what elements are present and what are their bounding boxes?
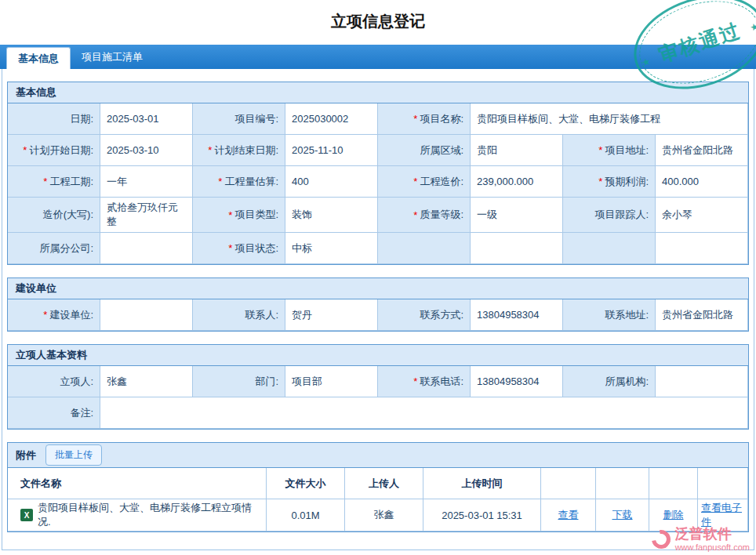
field-value: 400.000 [656,166,748,198]
col-header-file-size: 文件大小 [267,468,345,499]
col-header-uploader: 上传人 [345,468,423,499]
field-label: 日期: [8,103,100,135]
attachments-header: 附件 批量上传 [8,443,748,468]
attachment-file-size: 0.01M [267,499,345,531]
required-asterisk: * [228,242,232,254]
section-initiator-info-title: 立项人基本资料 [8,345,748,366]
view-efile-link[interactable]: 查看电子件 [701,501,744,529]
tab-construction-list[interactable]: 项目施工清单 [71,45,154,69]
field-label: 部门: [193,366,285,397]
section-basic-info-title: 基本信息 [8,82,748,103]
col-header-action [698,468,748,499]
field-value: 2025-03-10 [100,135,193,166]
vendor-brand: 泛普软件 [675,527,750,542]
field-value: 贰拾叁万玖仟元整 [100,198,193,233]
field-value: 项目部 [285,366,378,397]
required-asterisk: * [218,176,222,187]
field-value [100,397,748,429]
field-value: 贺丹 [285,299,378,331]
field-label [378,233,471,264]
excel-file-icon: X [20,509,33,521]
field-value [471,233,563,264]
field-label: 造价(大写): [8,198,100,233]
field-label: *质量等级: [378,198,471,233]
required-asterisk: * [413,209,417,221]
batch-upload-button[interactable]: 批量上传 [45,444,102,466]
field-label: *计划结束日期: [193,135,285,166]
vendor-url: www.fanpusoft.com [675,542,750,552]
required-asterisk: * [598,176,602,187]
field-value: 239,000.000 [471,166,563,198]
section-attachments: 附件 批量上传 文件名称 文件大小 上传人 上传时间 X 贵阳项目样板间、大堂、… [7,442,749,532]
field-value: 贵州省金阳北路 [656,299,748,331]
attachment-uploader: 张鑫 [345,499,423,531]
field-value: 400 [285,166,378,198]
construction-unit-table: *建设单位:联系人:贺丹联系方式:13804958304联系地址:贵州省金阳北路 [8,299,748,331]
field-value: 装饰 [285,198,378,233]
field-value: 13804958304 [471,299,563,331]
col-header-action [596,468,649,499]
required-asterisk: * [598,144,602,156]
section-construction-unit-title: 建设单位 [8,278,748,299]
attachment-file-name-text: 贵阳项目样板间、大堂、电梯厅装修工程立项情况. [38,501,263,529]
page-title: 立项信息登记 [0,0,756,32]
col-header-action [541,468,596,499]
required-asterisk: * [43,176,47,187]
field-label: 所属机构: [563,366,656,397]
field-label: 所属分公司: [8,233,100,264]
initiator-info-table: 立项人:张鑫部门:项目部*联系电话:13804958304所属机构:备注: [8,366,748,429]
field-label: 备注: [8,397,100,429]
field-value [100,299,193,331]
field-label: 所属区域: [378,135,471,166]
section-basic-info: 基本信息 日期:2025-03-01项目编号:2025030002*项目名称:贵… [7,82,749,265]
field-label [563,233,656,264]
vendor-logo-icon [648,526,674,552]
field-value [656,233,748,264]
required-asterisk: * [413,113,417,125]
delete-link[interactable]: 删除 [663,508,684,522]
field-value: 一年 [100,166,193,198]
required-asterisk: * [228,209,232,221]
field-value: 2025-03-01 [100,103,193,135]
field-value: 2025030002 [285,103,378,135]
field-label: 联系方式: [378,299,471,331]
vendor-watermark: 泛普软件 www.fanpusoft.com [652,527,750,552]
field-value [100,233,193,264]
tab-basic-info[interactable]: 基本信息 [6,47,71,69]
attachments-table: 文件名称 文件大小 上传人 上传时间 X 贵阳项目样板间、大堂、电梯厅装修工程立… [8,468,748,531]
field-label: 项目跟踪人: [563,198,656,233]
field-label: 联系人: [193,299,285,331]
required-asterisk: * [413,176,417,187]
field-label: *计划开始日期: [8,135,100,166]
required-asterisk: * [208,144,212,156]
field-label: *项目状态: [193,233,285,264]
field-value [656,366,748,397]
field-value: 2025-11-10 [285,135,378,166]
field-label: *项目类型: [193,198,285,233]
field-value: 张鑫 [100,366,193,397]
col-header-action [649,468,698,499]
field-label: 立项人: [8,366,100,397]
field-value: 13804958304 [471,366,563,397]
col-header-upload-time: 上传时间 [423,468,541,499]
col-header-file-name: 文件名称 [8,468,267,499]
field-label: *工程量估算: [193,166,285,198]
basic-info-table: 日期:2025-03-01项目编号:2025030002*项目名称:贵阳项目样板… [8,103,748,264]
field-value: 中标 [285,233,378,264]
field-value: 一级 [471,198,563,233]
field-value: 贵州省金阳北路 [656,135,748,166]
field-label: *建设单位: [8,299,100,331]
field-label: *工程造价: [378,166,471,198]
field-value: 贵阳 [471,135,563,166]
field-label: 联系地址: [563,299,656,331]
content-frame: 基本信息 日期:2025-03-01项目编号:2025030002*项目名称:贵… [2,69,754,550]
attachments-title: 附件 [16,448,36,462]
field-value: 贵阳项目样板间、大堂、电梯厅装修工程 [471,103,748,135]
section-initiator-info: 立项人基本资料 立项人:张鑫部门:项目部*联系电话:13804958304所属机… [7,344,749,430]
section-construction-unit: 建设单位 *建设单位:联系人:贺丹联系方式:13804958304联系地址:贵州… [7,278,749,332]
required-asterisk: * [23,144,27,156]
required-asterisk: * [413,375,417,387]
download-link[interactable]: 下载 [612,508,633,522]
field-label: *联系电话: [378,366,471,397]
view-link[interactable]: 查看 [558,508,579,522]
